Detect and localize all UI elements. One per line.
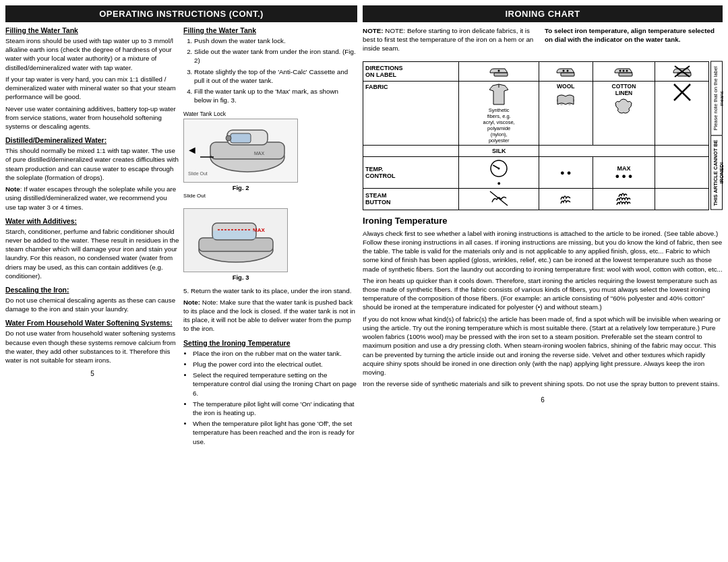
left-column: OPERATING INSTRUCTIONS (CONT.) Filling t… [5, 5, 357, 557]
silk-cross-empty [655, 145, 709, 156]
no-iron-cross-icon [673, 83, 692, 102]
filling-tank-2-heading: Filling the Water Tank [183, 26, 357, 34]
dir-1dot-cell [459, 61, 539, 81]
steam-high-icon [613, 190, 634, 207]
dir-2dot-cell [539, 61, 593, 81]
fabric-cross-cell [655, 81, 709, 145]
svg-point-4 [226, 135, 231, 141]
cotton-label: COTTONLINEN [595, 83, 654, 96]
fig2-arrow: ◄ [187, 144, 198, 156]
water-additives-para: Starch, conditioner, perfume and fabric … [5, 227, 179, 280]
svg-line-34 [490, 191, 508, 206]
step-3: Rotate slightly the top of the 'Anti-Cal… [194, 67, 357, 85]
distilled-heading: Distilled/Demineralized Water: [5, 136, 179, 144]
temp-1dot-label: ● [460, 180, 537, 187]
wool-icon [556, 91, 575, 110]
water-household-para: Do not use water from household water so… [5, 329, 179, 365]
svg-rect-16 [561, 73, 574, 76]
temp-2dot-cell: ● ● [539, 156, 593, 188]
cotton-icon [614, 98, 633, 117]
right-header: IRONING CHART [363, 5, 723, 22]
setting-temp-list: Place the iron on the rubber mat on the … [183, 349, 357, 446]
steam-med-cell [539, 188, 593, 210]
water-additives-heading: Water with Additives: [5, 217, 179, 225]
svg-point-20 [619, 69, 621, 71]
please-note-label: Please note that on the label means [710, 61, 723, 136]
iron-cross-icon [672, 63, 692, 78]
left-sub-col-right: Filling the Water Tank Push down the wat… [183, 26, 357, 448]
svg-rect-13 [213, 230, 255, 239]
fabric-wool-cell: WOOL [539, 81, 593, 145]
fig3-image: MAX [183, 208, 288, 272]
steam-row: STEAMBUTTON [363, 188, 709, 210]
shirt-icon [489, 83, 508, 106]
left-header: OPERATING INSTRUCTIONS (CONT.) [5, 5, 357, 22]
side-notes-col: Please note that on the label means THIS… [710, 61, 723, 210]
temp-step-5: When the temperature pilot light has gon… [193, 419, 357, 446]
directions-label-cell: DIRECTIONSON LABEL [363, 61, 459, 81]
distilled-note: Note: If water escapes through the solep… [5, 185, 179, 212]
iron-1dot-icon [489, 63, 509, 78]
silk-label-cell [363, 145, 459, 156]
iron-3dot-icon [613, 63, 634, 78]
temp-step-1: Place the iron on the rubber mat on the … [193, 349, 357, 358]
cannot-iron-label: THIS ARTICLE CANNOT BE IRONED! [710, 135, 723, 210]
right-column: IRONING CHART NOTE: NOTE: Before startin… [363, 5, 723, 557]
filling-tank-1-heading: Filling the Water Tank [5, 26, 179, 34]
right-page-num: 6 [363, 396, 723, 404]
svg-point-15 [498, 69, 500, 71]
steam-cross-cell [655, 188, 709, 210]
ironing-temp-para4: Iron the reverse side of synthetic mater… [363, 379, 723, 388]
fig2-caption: Fig. 2 [183, 184, 298, 191]
slide-out-label: Slide Out [183, 193, 206, 199]
fig3-svg: MAX [185, 210, 286, 270]
step-4: Fill the water tank up to the 'Max' mark… [194, 87, 357, 104]
svg-point-21 [623, 69, 625, 71]
fig2-area: Water Tank Lock [183, 111, 357, 199]
temp-2dot-label: ● ● [541, 168, 591, 177]
ironing-temp-para2: The iron heats up quicker than it cools … [363, 276, 723, 312]
dir-3dot-cell [593, 61, 655, 81]
filling-tank-1-para2: If your tap water is very hard, you can … [5, 75, 179, 102]
fig3-area: MAX Fig. 3 [183, 204, 357, 281]
no-steam-icon [489, 190, 509, 207]
synthetic-label: Syntheticfibers, e.g.acryl, viscose,poly… [460, 107, 537, 144]
distilled-para: This should normally be mixed 1:1 with t… [5, 146, 179, 182]
silk-text-cell: SILK [459, 145, 539, 156]
descaling-para: Do not use chemical descaling agents as … [5, 296, 179, 313]
svg-rect-14 [494, 73, 508, 76]
iron-2dot-icon [555, 63, 576, 78]
step-2: Slide out the water tank from under the … [194, 47, 357, 65]
steam-med-icon [555, 190, 576, 207]
filling-note: Note: Note: Make sure that the water tan… [183, 298, 357, 334]
dir-cross-cell [655, 61, 709, 81]
fig2-svg: MAX Slide Out [187, 120, 295, 181]
page: OPERATING INSTRUCTIONS (CONT.) Filling t… [0, 0, 728, 562]
ironing-temp-heading: Ironing Temperature [363, 216, 723, 226]
select-note-bold: To select iron temperature, align temper… [545, 27, 715, 43]
fig2-image: MAX Slide Out ◄ [183, 119, 298, 183]
fabric-synthetic-cell: Syntheticfibers, e.g.acryl, viscose,poly… [459, 81, 539, 145]
ironing-chart-table: DIRECTIONSON LABEL [363, 61, 709, 210]
svg-point-18 [567, 69, 569, 71]
water-household-heading: Water From Household Water Softening Sys… [5, 319, 179, 327]
temp-step-3: Select the required temperature setting … [193, 371, 357, 398]
steam-high-cell [593, 188, 655, 210]
svg-rect-3 [231, 133, 251, 143]
steam-no-cell [459, 188, 539, 210]
max-label: MAX [595, 165, 654, 172]
svg-text:MAX: MAX [254, 151, 265, 156]
filling-tank-1-para1: Steam irons should be used with tap wate… [5, 36, 179, 72]
filling-tank-1-para3: Never use water containing additives, ba… [5, 104, 179, 131]
steam-label-cell: STEAMBUTTON [363, 188, 459, 210]
temp-step-2: Plug the power cord into the electrical … [193, 360, 357, 369]
fabric-cotton-cell: COTTONLINEN [593, 81, 655, 145]
left-sub-col-main: Filling the Water Tank Steam irons shoul… [5, 26, 179, 448]
chart-table-wrapper: DIRECTIONSON LABEL [363, 61, 723, 210]
setting-temp-heading: Setting the Ironing Temperature [183, 339, 357, 347]
silk-row: SILK [363, 145, 709, 156]
filling-steps-list: Push down the water tank lock. Slide out… [183, 36, 357, 105]
directions-row: DIRECTIONSON LABEL [363, 61, 709, 81]
silk-empty-cell [539, 145, 655, 156]
temp-no-cell [655, 156, 709, 188]
